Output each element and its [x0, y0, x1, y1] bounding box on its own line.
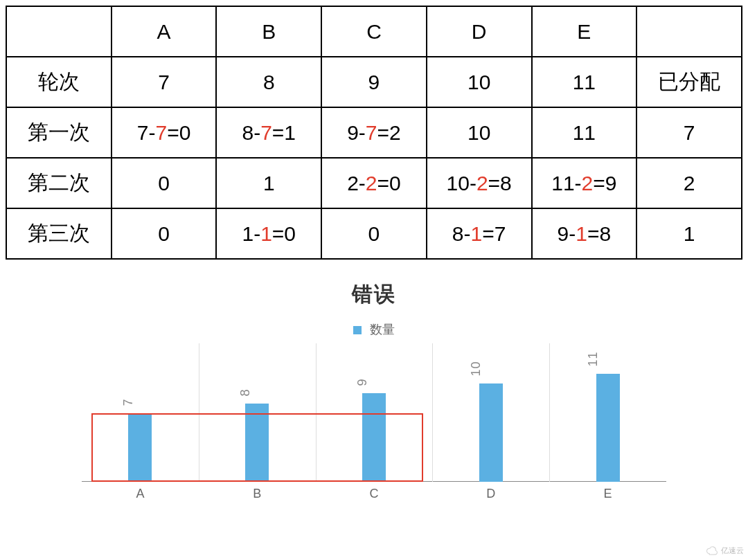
legend-label: 数量 — [370, 323, 395, 336]
table-cell: 1-1=0 — [216, 208, 321, 259]
chart-bar-value: 7 — [122, 398, 136, 406]
table-header-cell: A — [112, 6, 217, 57]
chart-category-label: D — [432, 487, 549, 501]
table-header-cell: C — [321, 6, 427, 57]
table-cell: 8-1=7 — [427, 208, 532, 259]
table-header-cell: E — [532, 6, 637, 57]
chart-category-label: E — [549, 487, 666, 501]
table-cell: 7-7=0 — [112, 107, 217, 158]
table-cell: 0 — [321, 208, 427, 259]
chart-bar: 11 — [549, 374, 666, 482]
table-cell: 11 — [532, 57, 637, 107]
data-table: ABCDE轮次7891011已分配第一次7-7=08-7=19-7=210117… — [6, 6, 742, 260]
table-cell: 0 — [112, 158, 217, 208]
table-cell: 9-7=2 — [321, 107, 427, 158]
table-header-cell: D — [427, 6, 532, 57]
chart-bar-value: 8 — [239, 388, 253, 396]
chart-bar: 9 — [316, 393, 433, 482]
chart-bar: 7 — [82, 413, 199, 482]
table-cell: 2-2=0 — [321, 158, 427, 208]
table-cell: 11 — [532, 107, 637, 158]
table-header-cell — [6, 6, 112, 57]
table-row-label: 轮次 — [6, 57, 112, 107]
chart-bar-value: 11 — [586, 351, 600, 366]
chart-category-label: C — [316, 487, 433, 501]
chart-container: 错误 数量 7A8B9C10D11E — [6, 280, 742, 501]
chart-bar-value: 10 — [469, 361, 483, 377]
table-cell: 7 — [112, 57, 217, 107]
chart-category-label: B — [199, 487, 316, 501]
table-row-label: 第三次 — [6, 208, 112, 259]
table-cell: 1 — [216, 158, 321, 208]
table-cell: 0 — [112, 208, 217, 259]
table-header-cell: B — [216, 6, 321, 57]
table-tail-cell: 1 — [636, 208, 742, 259]
table-cell: 8 — [216, 57, 321, 107]
chart-title: 错误 — [6, 280, 742, 309]
table-cell: 11-2=9 — [532, 158, 637, 208]
table-row-label: 第二次 — [6, 158, 112, 208]
table-header-cell — [636, 6, 742, 57]
table-tail-cell: 已分配 — [636, 57, 742, 107]
chart-legend: 数量 — [6, 321, 742, 338]
chart-category-label: A — [82, 487, 199, 501]
table-cell: 9-1=8 — [532, 208, 637, 259]
table-cell: 10 — [427, 107, 532, 158]
chart-bar-value: 9 — [355, 379, 370, 386]
table-cell: 10-2=8 — [427, 158, 532, 208]
table-cell: 8-7=1 — [216, 107, 321, 158]
table-tail-cell: 2 — [636, 158, 742, 208]
legend-swatch-icon — [353, 326, 362, 334]
chart-plot-area: 7A8B9C10D11E — [82, 343, 666, 501]
table-cell: 9 — [321, 57, 427, 107]
chart-bar: 8 — [199, 404, 316, 482]
table-tail-cell: 7 — [636, 107, 742, 158]
chart-bar: 10 — [432, 383, 549, 482]
table-row-label: 第一次 — [6, 107, 112, 158]
table-cell: 10 — [427, 57, 532, 107]
